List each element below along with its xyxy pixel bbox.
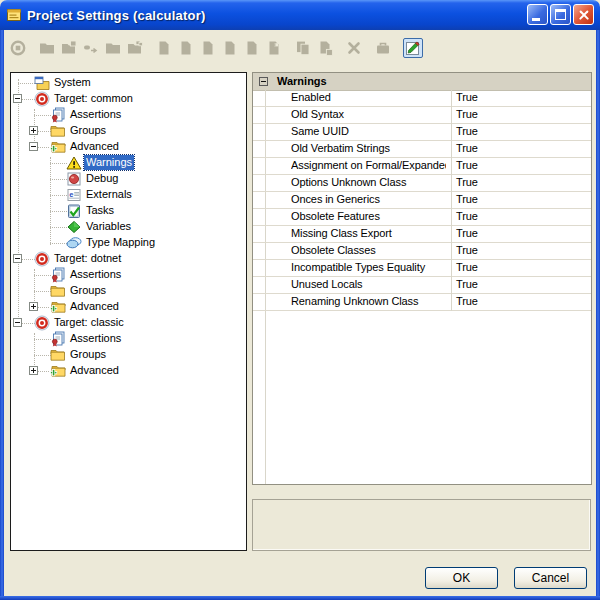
tree-item[interactable]: Groups [11, 347, 246, 363]
property-name[interactable]: Enabled [291, 90, 446, 105]
tree-item-label[interactable]: Assertions [68, 107, 123, 122]
property-value[interactable]: True [456, 226, 478, 241]
tree-connector-line [34, 115, 51, 117]
collapse-icon[interactable] [13, 94, 22, 103]
property-value[interactable]: True [456, 90, 478, 105]
property-name[interactable]: Onces in Generics [291, 192, 446, 207]
property-value[interactable]: True [456, 175, 478, 190]
property-value[interactable]: True [456, 107, 478, 122]
minimize-button[interactable] [527, 4, 548, 25]
tree-item-label[interactable]: Groups [68, 123, 108, 138]
tree-item-label[interactable]: Target: common [52, 91, 135, 106]
maximize-button[interactable] [550, 4, 571, 25]
tree-item-label[interactable]: Target: dotnet [52, 251, 123, 266]
property-row[interactable]: Options Unknown ClassTrue [253, 175, 591, 192]
tree-item-label[interactable]: Tasks [84, 203, 116, 218]
tree-item-label[interactable]: Advanced [68, 299, 121, 314]
tree-item[interactable]: Groups [11, 283, 246, 299]
property-name[interactable]: Old Syntax [291, 107, 446, 122]
description-panel [252, 499, 591, 551]
property-value[interactable]: True [456, 141, 478, 156]
ok-button[interactable]: OK [425, 567, 498, 589]
property-name[interactable]: Obsolete Features [291, 209, 446, 224]
edit-pencil-icon[interactable] [403, 38, 423, 58]
collapse-icon[interactable] [13, 254, 22, 263]
property-row[interactable]: EnabledTrue [253, 90, 591, 107]
tree-item-label[interactable]: Target: classic [52, 315, 126, 330]
tree-item-label[interactable]: Type Mapping [84, 235, 157, 250]
tree-item[interactable]: Debug [11, 171, 246, 187]
tree-item-label[interactable]: Assertions [68, 267, 123, 282]
tree-item[interactable]: Target: classic [11, 315, 246, 331]
folder-icon-gray [104, 39, 122, 57]
property-value[interactable]: True [456, 158, 478, 173]
tree-item[interactable]: Variables [11, 219, 246, 235]
property-row[interactable]: Onces in GenericsTrue [253, 192, 591, 209]
tree-item[interactable]: Assertions [11, 267, 246, 283]
tree-item-label[interactable]: Assertions [68, 331, 123, 346]
expand-icon[interactable] [29, 366, 38, 375]
property-value[interactable]: True [456, 209, 478, 224]
expand-icon[interactable] [29, 302, 38, 311]
tree-item-label[interactable]: Debug [84, 171, 120, 186]
property-value[interactable]: True [456, 260, 478, 275]
tree-item-label[interactable]: Groups [68, 347, 108, 362]
property-row[interactable]: Obsolete FeaturesTrue [253, 209, 591, 226]
property-row[interactable]: Assignment on Formal/ExpandedTrue [253, 158, 591, 175]
system-icon [34, 75, 50, 91]
property-row[interactable]: Old Verbatim StringsTrue [253, 141, 591, 158]
collapse-category-icon[interactable] [259, 77, 268, 86]
titlebar[interactable]: Project Settings (calculator) [0, 0, 600, 30]
tree-item-label[interactable]: Warnings [84, 155, 134, 170]
property-row[interactable]: Unused LocalsTrue [253, 277, 591, 294]
property-row[interactable]: Incompatible Types EqualityTrue [253, 260, 591, 277]
property-grid[interactable]: Warnings EnabledTrueOld SyntaxTrueSame U… [252, 72, 592, 485]
property-row[interactable]: Old SyntaxTrue [253, 107, 591, 124]
property-row[interactable]: Renaming Unknown ClassTrue [253, 294, 591, 311]
tree-item-label[interactable]: System [52, 75, 93, 90]
collapse-icon[interactable] [13, 318, 22, 327]
tree-item-label[interactable]: Groups [68, 283, 108, 298]
tree-item[interactable]: Advanced [11, 139, 246, 155]
tree-item-label[interactable]: Advanced [68, 139, 121, 154]
property-name[interactable]: Missing Class Export [291, 226, 446, 241]
close-button[interactable] [573, 4, 594, 25]
tree-item-label[interactable]: Variables [84, 219, 133, 234]
tree-item[interactable]: Type Mapping [11, 235, 246, 251]
tree-item[interactable]: eExternals [11, 187, 246, 203]
tree-item[interactable]: System [11, 75, 246, 91]
tree-item[interactable]: Warnings [11, 155, 246, 171]
tree-item[interactable]: Assertions [11, 331, 246, 347]
tree-item[interactable]: Target: common [11, 91, 246, 107]
property-row[interactable]: Missing Class ExportTrue [253, 226, 591, 243]
cancel-button[interactable]: Cancel [514, 567, 587, 589]
property-category-header[interactable]: Warnings [253, 73, 591, 91]
collapse-icon[interactable] [29, 142, 38, 151]
property-row[interactable]: Same UUIDTrue [253, 124, 591, 141]
tree-item[interactable]: Advanced [11, 299, 246, 315]
tree-connector-line [34, 291, 51, 293]
property-name[interactable]: Same UUID [291, 124, 446, 139]
property-value[interactable]: True [456, 192, 478, 207]
property-value[interactable]: True [456, 124, 478, 139]
tree-item-label[interactable]: Externals [84, 187, 134, 202]
property-row[interactable]: Obsolete ClassesTrue [253, 243, 591, 260]
tree-item-label[interactable]: Advanced [68, 363, 121, 378]
property-name[interactable]: Renaming Unknown Class [291, 294, 446, 309]
tree-item[interactable]: Groups [11, 123, 246, 139]
property-value[interactable]: True [456, 277, 478, 292]
property-name[interactable]: Unused Locals [291, 277, 446, 292]
property-name[interactable]: Incompatible Types Equality [291, 260, 446, 275]
settings-tree-panel[interactable]: SystemTarget: commonAssertionsGroupsAdva… [10, 72, 247, 551]
property-name[interactable]: Assignment on Formal/Expanded [291, 158, 446, 173]
tree-item[interactable]: Target: dotnet [11, 251, 246, 267]
property-value[interactable]: True [456, 243, 478, 258]
property-name[interactable]: Options Unknown Class [291, 175, 446, 190]
property-value[interactable]: True [456, 294, 478, 309]
property-name[interactable]: Obsolete Classes [291, 243, 446, 258]
tree-item[interactable]: Tasks [11, 203, 246, 219]
property-name[interactable]: Old Verbatim Strings [291, 141, 446, 156]
expand-icon[interactable] [29, 126, 38, 135]
tree-item[interactable]: Advanced [11, 363, 246, 379]
tree-item[interactable]: Assertions [11, 107, 246, 123]
